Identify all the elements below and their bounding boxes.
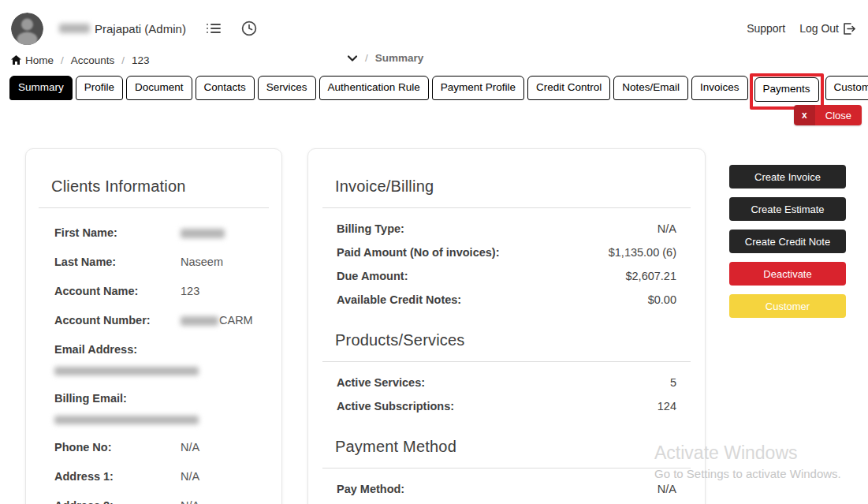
tab-profile[interactable]: Profile	[76, 76, 123, 100]
tab-bar: Summary Profile Document Contacts Servic…	[9, 76, 868, 107]
deactivate-button[interactable]: Deactivate	[729, 262, 846, 286]
row-paid-amount: Paid Amount (No of invoices): $1,135.00 …	[337, 246, 676, 259]
clock-icon[interactable]	[241, 21, 257, 36]
field-last-name: Last Name: Naseem	[54, 256, 256, 268]
redacted-value	[54, 416, 199, 424]
close-x-icon[interactable]: x	[794, 105, 815, 125]
create-invoice-button[interactable]: Create Invoice	[729, 165, 846, 189]
redacted-value	[181, 316, 218, 326]
products-services-title: Products/Services	[335, 331, 678, 349]
redacted-first-name	[59, 24, 90, 33]
row-active-subscriptions: Active Subscriptions: 124	[337, 400, 676, 413]
redacted-value	[54, 367, 199, 375]
tab-document[interactable]: Document	[126, 76, 192, 100]
row-active-services: Active Services: 5	[337, 376, 676, 389]
tab-payment-profile[interactable]: Payment Profile	[432, 76, 524, 100]
tab-contacts[interactable]: Contacts	[196, 76, 255, 100]
invoice-billing-title: Invoice/Billing	[335, 177, 678, 196]
clients-card-title: Clients Information	[51, 177, 256, 196]
close-label: Close	[815, 105, 862, 125]
field-account-name: Account Name: 123	[54, 285, 256, 297]
row-billing-type: Billing Type: N/A	[337, 222, 676, 235]
breadcrumb-accounts[interactable]: Accounts	[71, 54, 115, 66]
user-name: Prajapati (Admin)	[59, 22, 186, 35]
field-phone-no: Phone No: N/A	[54, 441, 256, 454]
menu-list-icon[interactable]	[207, 22, 221, 35]
tab-credit-control[interactable]: Credit Control	[527, 76, 610, 100]
avatar[interactable]	[11, 13, 43, 45]
invoice-billing-card: Invoice/Billing Billing Type: N/A Paid A…	[307, 148, 706, 504]
divider	[39, 207, 269, 208]
home-icon	[11, 55, 21, 65]
payments-tab-highlight-box: Payments	[750, 73, 824, 110]
chevron-down-icon[interactable]	[347, 54, 358, 62]
create-estimate-button[interactable]: Create Estimate	[729, 197, 846, 221]
breadcrumb-separator: /	[121, 54, 125, 66]
row-pay-method: Pay Method: N/A	[337, 483, 676, 495]
field-account-number: Account Number: CARM	[54, 314, 256, 327]
field-billing-email: Billing Email:	[54, 392, 256, 426]
redacted-value	[181, 229, 225, 238]
breadcrumb: Home / Accounts / 123 / Summary	[0, 46, 868, 68]
tab-invoices[interactable]: Invoices	[691, 76, 748, 100]
payment-method-title: Payment Method	[335, 438, 678, 456]
field-email-address: Email Address:	[54, 343, 256, 377]
breadcrumb-home[interactable]: Home	[11, 54, 54, 66]
close-button[interactable]: x Close	[794, 105, 862, 125]
tab-services[interactable]: Services	[258, 76, 316, 100]
tab-customer-panel[interactable]: Customer Panel	[825, 76, 868, 100]
row-available-credit-notes: Available Credit Notes: $0.00	[337, 293, 676, 306]
customer-button[interactable]: Customer	[729, 294, 846, 318]
breadcrumb-separator: /	[365, 52, 368, 64]
row-due-amount: Due Amount: $2,607.21	[337, 270, 676, 282]
create-credit-note-button[interactable]: Create Credit Note	[729, 230, 846, 253]
tab-notes-email[interactable]: Notes/Email	[613, 76, 688, 100]
action-buttons: Create Invoice Create Estimate Create Cr…	[729, 165, 846, 327]
logout-icon	[843, 23, 855, 35]
breadcrumb-current: Summary	[375, 52, 424, 64]
user-name-text: Prajapati (Admin)	[95, 22, 186, 35]
field-address-2: Address 2: N/A	[54, 499, 256, 504]
top-bar: Prajapati (Admin) Support Log Out	[0, 0, 868, 46]
breadcrumb-separator: /	[61, 54, 64, 66]
field-first-name: First Name:	[54, 226, 256, 239]
logout-link[interactable]: Log Out	[799, 22, 855, 35]
tab-authentication-rule[interactable]: Authentication Rule	[319, 76, 429, 100]
clients-information-card: Clients Information First Name: Last Nam…	[25, 148, 282, 504]
divider	[322, 361, 691, 362]
support-link[interactable]: Support	[747, 22, 785, 35]
divider	[322, 207, 691, 208]
tab-payments[interactable]: Payments	[754, 77, 819, 102]
tab-summary[interactable]: Summary	[9, 76, 73, 100]
field-address-1: Address 1: N/A	[54, 470, 256, 483]
breadcrumb-account-id[interactable]: 123	[132, 54, 150, 66]
divider	[322, 468, 691, 469]
logout-label: Log Out	[799, 22, 839, 35]
